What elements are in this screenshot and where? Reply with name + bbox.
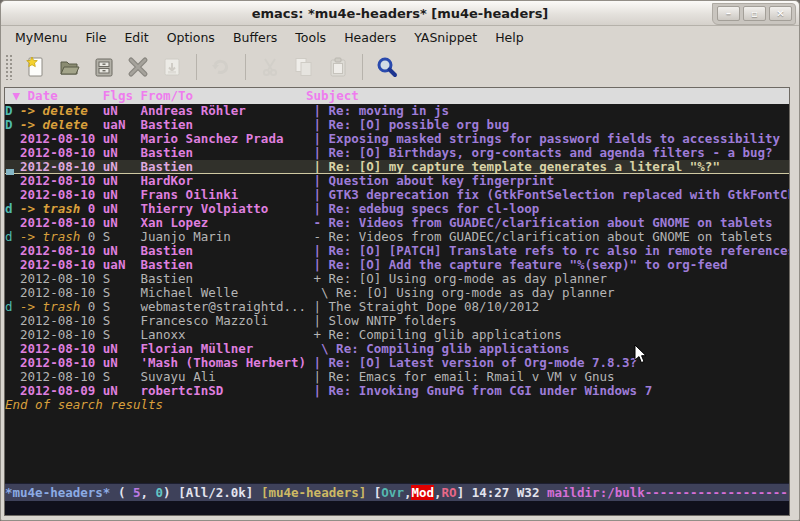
menu-headers[interactable]: Headers	[336, 28, 404, 47]
date-cell: 2012-08-10	[20, 160, 103, 174]
window-buttons: –▫✕	[712, 3, 796, 25]
message-row[interactable]: 2012-08-10SMichael Welle \ Re: [O] Using…	[5, 286, 789, 300]
message-row[interactable]: 2012-08-10uaNBastien| Re: [O] Add the ca…	[5, 258, 789, 272]
menu-yasnippet[interactable]: YASnippet	[406, 28, 485, 47]
date-cell: 2012-08-10	[20, 356, 103, 370]
message-row[interactable]: 2012-08-10uNHardKor| Question about key …	[5, 174, 789, 188]
menu-file[interactable]: File	[78, 28, 115, 47]
date-cell: 2012-08-10	[20, 370, 103, 384]
new-file-button[interactable]	[19, 52, 53, 82]
flags-cell: uN	[103, 132, 141, 146]
modeline-segment: maildir:/bulk	[547, 485, 645, 500]
message-row[interactable]: 2012-08-10SLanoxx+ Re: Compiling glib ap…	[5, 328, 789, 342]
message-row[interactable]: 2012-08-10uNFlorian Müllner \ Re: Compil…	[5, 342, 789, 356]
from-cell: 'Mash (Thomas Herbert)	[140, 356, 306, 370]
from-cell: Bastien	[140, 244, 306, 258]
mark-label: -> delete	[20, 104, 88, 118]
text-cursor	[6, 169, 14, 175]
maximize-button[interactable]: ▫	[743, 6, 766, 21]
toolbar-drag-handle[interactable]	[5, 54, 13, 80]
message-row[interactable]: 2012-08-10SFrancesco Mazzoli| Slow NNTP …	[5, 314, 789, 328]
headers-column-header: ▼ Date Flgs From/To Subject	[5, 88, 789, 104]
close-button[interactable]: ✕	[769, 6, 792, 21]
subject-cell: | Re: [O] possible org bug	[306, 118, 509, 132]
open-folder-button[interactable]	[53, 52, 87, 82]
mode-line[interactable]: *mu4e-headers* ( 5, 0) [All/2.0k] [mu4e-…	[5, 483, 789, 501]
modeline-segment: )	[163, 485, 178, 500]
save-icon	[92, 55, 116, 79]
date-cell: 2012-08-09	[20, 384, 103, 398]
mark-label: -> trash	[20, 202, 80, 216]
date-cell: -> trash 0	[20, 202, 103, 216]
from-cell: Andreas Röhler	[140, 104, 306, 118]
subject-cell: | Re: [O] Add the capture feature "%(sex…	[306, 258, 727, 272]
from-cell: Bastien	[140, 272, 306, 286]
toolbar-separator	[196, 54, 197, 80]
modeline-segment: ]	[457, 485, 472, 500]
message-row[interactable]: D -> deleteuNAndreas Röhler| Re: moving …	[5, 104, 789, 118]
menu-buffers[interactable]: Buffers	[225, 28, 285, 47]
mark-char	[5, 286, 20, 300]
date-cell: 2012-08-10	[20, 216, 103, 230]
paste-icon	[326, 55, 350, 79]
emacs-window: emacs: *mu4e-headers* [mu4e-headers] –▫✕…	[0, 0, 800, 521]
toolbar-separator	[362, 54, 363, 80]
subject-cell: - Re: Videos from GUADEC/clarification a…	[306, 230, 773, 244]
date-cell: 2012-08-10	[20, 258, 103, 272]
message-row[interactable]: 2012-08-10SSuvayu Ali| Re: Emacs for ema…	[5, 370, 789, 384]
date-cell: 2012-08-10	[20, 314, 103, 328]
from-cell: Bastien	[140, 258, 306, 272]
menu-help[interactable]: Help	[487, 28, 532, 47]
mark-char	[5, 244, 20, 258]
from-cell: Florian Müllner	[140, 342, 306, 356]
from-cell: Francesco Mazzoli	[140, 314, 306, 328]
modeline-segment: *mu4e-headers*	[5, 485, 110, 500]
subject-cell: | Re: [O] [PATCH] Translate refs to rc a…	[306, 244, 789, 258]
search-button[interactable]	[370, 52, 404, 82]
flags-cell: S	[103, 272, 141, 286]
from-cell: Mario Sanchez Prada	[140, 132, 306, 146]
subject-cell: | Slow NNTP folders	[306, 314, 457, 328]
flags-cell: S	[103, 314, 141, 328]
from-cell: Frans Oilinki	[140, 188, 306, 202]
minimize-button[interactable]: –	[717, 6, 740, 21]
echo-area[interactable]	[5, 501, 789, 515]
message-row[interactable]: D -> deleteuaNBastien| Re: [O] possible …	[5, 118, 789, 132]
menu-edit[interactable]: Edit	[116, 28, 156, 47]
message-row[interactable]: 2012-08-10uNBastien| Re: [O] Birthdays, …	[5, 146, 789, 160]
message-row[interactable]: d -> trash 0uNThierry Volpiatto| Re: ede…	[5, 202, 789, 216]
modeline-segment: 0	[156, 485, 164, 500]
mark-char	[5, 328, 20, 342]
search-icon	[375, 55, 399, 79]
menu-tools[interactable]: Tools	[287, 28, 334, 47]
modeline-segment: ,	[434, 485, 442, 500]
save-button[interactable]	[87, 52, 121, 82]
message-row[interactable]: d -> trash 0Swebmaster@straightd...| The…	[5, 300, 789, 314]
flags-cell: S	[103, 230, 141, 244]
message-row[interactable]: 2012-08-10uN'Mash (Thomas Herbert)| Re: …	[5, 356, 789, 370]
from-cell: Juanjo Marin	[140, 230, 306, 244]
message-row[interactable]: 2012-08-10uNMario Sanchez Prada| Exposin…	[5, 132, 789, 146]
menu-mymenu[interactable]: MyMenu	[7, 28, 76, 47]
close-file-button[interactable]	[121, 52, 155, 82]
from-cell: Thierry Volpiatto	[140, 202, 306, 216]
date-cell: 2012-08-10	[20, 174, 103, 188]
titlebar[interactable]: emacs: *mu4e-headers* [mu4e-headers] –▫✕	[1, 1, 799, 26]
message-row[interactable]: 2012-08-10uNXan Lopez- Re: Videos from G…	[5, 216, 789, 230]
message-row[interactable]: 2012-08-10uNBastien| Re: [O] [PATCH] Tra…	[5, 244, 789, 258]
message-row[interactable]: 2012-08-09uNrobertcInSD| Re: Invoking Gn…	[5, 384, 789, 398]
close-file-icon	[126, 55, 150, 79]
message-row[interactable]: 2012-08-10uNFrans Oilinki| GTK3 deprecat…	[5, 188, 789, 202]
mark-char	[5, 384, 20, 398]
message-row[interactable]: 2012-08-10SBastien+ Re: [O] Using org-mo…	[5, 272, 789, 286]
flags-cell: S	[103, 370, 141, 384]
flags-cell: uaN	[103, 118, 141, 132]
mark-char	[5, 272, 20, 286]
date-tail: 0	[80, 230, 95, 244]
menu-options[interactable]: Options	[159, 28, 223, 47]
message-row[interactable]: 2012-08-10uNBastien| Re: [O] my capture …	[5, 160, 789, 174]
flags-cell: uN	[103, 160, 141, 174]
message-row[interactable]: d -> trash 0SJuanjo Marin- Re: Videos fr…	[5, 230, 789, 244]
subject-cell: | Re: edebug specs for cl-loop	[306, 202, 539, 216]
copy-icon	[292, 55, 316, 79]
